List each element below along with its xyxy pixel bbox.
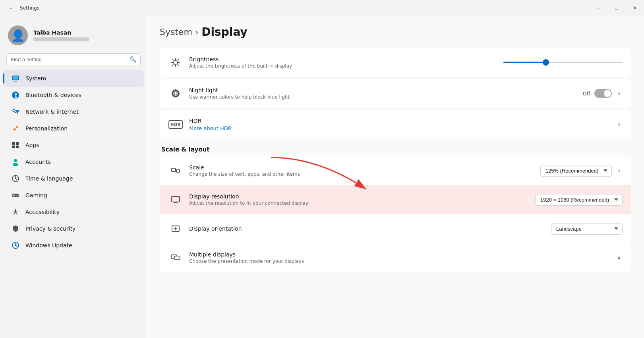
multiple-displays-icon [168,251,183,265]
sidebar-item-privacy[interactable]: Privacy & security [3,220,144,237]
close-button[interactable]: ✕ [626,0,644,16]
minimize-button[interactable]: — [589,0,607,16]
sidebar-item-apps-label: Apps [25,142,39,148]
user-subtitle [33,37,89,41]
svg-point-10 [14,159,17,162]
nightlight-toggle[interactable] [594,89,612,98]
svg-point-16 [17,195,17,196]
nightlight-icon [168,86,183,101]
nightlight-toggle-label: Off [582,91,590,97]
svg-line-25 [172,59,173,60]
personalization-icon [11,124,20,133]
gaming-icon [11,191,20,200]
svg-point-5 [16,126,18,128]
sidebar-item-personalization-label: Personalization [25,125,68,132]
window-controls: — □ ✕ [589,0,644,16]
hdr-link[interactable]: More about HDR [189,125,232,131]
scale-chevron[interactable]: › [616,165,623,176]
sidebar-item-update[interactable]: Windows Update [3,237,144,254]
sidebar-item-apps[interactable]: Apps [3,137,144,153]
search-box[interactable]: 🔍 [6,53,141,65]
sidebar-item-accessibility-label: Accessibility [25,209,60,215]
brightness-text: Brightness Adjust the brightness of the … [189,56,497,69]
user-info: Taiba Hasan [33,29,89,41]
svg-rect-33 [172,196,180,202]
resolution-control: 1920 × 1080 (Recommended) 1280 × 720 160… [535,194,623,206]
search-icon: 🔍 [130,56,136,62]
sidebar-item-gaming[interactable]: Gaming [3,187,144,204]
svg-line-27 [178,59,179,60]
nightlight-desc: Use warmer colors to help block blue lig… [189,94,576,100]
scale-layout-heading: Scale & layout [161,146,631,153]
network-icon [11,107,20,116]
orientation-control: Landscape Portrait Landscape (flipped) P… [551,223,623,235]
brightness-title: Brightness [189,56,497,62]
resolution-icon [168,192,183,207]
sidebar-item-accessibility[interactable]: Accessibility [3,204,144,220]
svg-point-29 [174,92,177,95]
svg-rect-7 [16,142,19,145]
svg-rect-31 [172,168,176,171]
nightlight-control: Off › [582,88,623,99]
svg-point-20 [174,60,178,64]
brightness-card: Brightness Adjust the brightness of the … [160,48,631,77]
svg-rect-6 [12,142,15,145]
app-container: 👤 Taiba Hasan 🔍 Syste [0,16,644,338]
sidebar-item-network-label: Network & internet [25,109,79,115]
svg-rect-1 [13,76,18,80]
resolution-desc: Adjust the resolution to fit your connec… [189,200,529,206]
hdr-title: HDR [189,118,609,124]
orientation-dropdown[interactable]: Landscape Portrait Landscape (flipped) P… [551,223,623,235]
sidebar-item-gaming-label: Gaming [25,192,47,198]
app-title: Settings [20,5,39,11]
multiple-displays-control: ∨ [615,253,623,262]
hdr-text: HDR More about HDR [189,118,609,132]
accessibility-icon [11,208,20,216]
svg-rect-8 [12,146,15,148]
multiple-displays-title: Multiple displays [189,251,609,258]
breadcrumb: System › Display [160,25,631,39]
user-name: Taiba Hasan [33,29,89,36]
privacy-icon [11,224,20,233]
multiple-displays-text: Multiple displays Choose the presentatio… [189,251,609,264]
svg-rect-38 [174,256,180,260]
hdr-icon: HDR [168,117,183,132]
hdr-control: › [616,119,623,130]
scale-row: Scale Change the size of text, apps, and… [160,156,631,185]
orientation-icon [168,221,183,236]
maximize-button[interactable]: □ [607,0,626,16]
titlebar: ← Settings — □ ✕ [0,0,644,16]
sidebar: 👤 Taiba Hasan 🔍 Syste [0,16,147,338]
sidebar-item-time[interactable]: Time & language [3,170,144,187]
nightlight-chevron[interactable]: › [616,88,623,99]
resolution-dropdown[interactable]: 1920 × 1080 (Recommended) 1280 × 720 160… [535,194,623,206]
back-button[interactable]: ← [6,3,17,13]
sidebar-item-personalization[interactable]: Personalization [3,120,144,137]
nightlight-title: Night light [189,87,576,93]
multiple-displays-row: Multiple displays Choose the presentatio… [160,243,631,272]
brightness-slider[interactable] [503,62,623,63]
hdr-badge: HDR [168,120,183,129]
apps-icon [11,141,20,150]
search-input[interactable] [11,56,126,62]
sidebar-item-bluetooth[interactable]: Bluetooth & devices [3,87,144,103]
multiple-displays-expand[interactable]: ∨ [615,253,623,262]
brightness-control [503,62,623,63]
user-profile: 👤 Taiba Hasan [0,22,147,53]
sidebar-item-network[interactable]: Network & internet [3,103,144,120]
sidebar-item-update-label: Windows Update [25,242,72,249]
brightness-icon [168,55,183,70]
sidebar-item-system-label: System [25,75,46,82]
svg-rect-9 [16,146,19,148]
sidebar-item-accounts-label: Accounts [25,159,51,165]
resolution-row: Display resolution Adjust the resolution… [160,185,631,214]
hdr-chevron[interactable]: › [616,119,623,130]
svg-point-17 [16,196,17,196]
orientation-text: Display orientation [189,225,545,232]
orientation-title: Display orientation [189,225,545,232]
breadcrumb-separator: › [195,28,198,36]
sidebar-item-accounts[interactable]: Accounts [3,153,144,170]
scale-dropdown[interactable]: 125% (Recommended) 100% 150% [540,165,612,177]
sidebar-item-system[interactable]: System [3,70,144,87]
breadcrumb-parent: System [160,27,192,37]
